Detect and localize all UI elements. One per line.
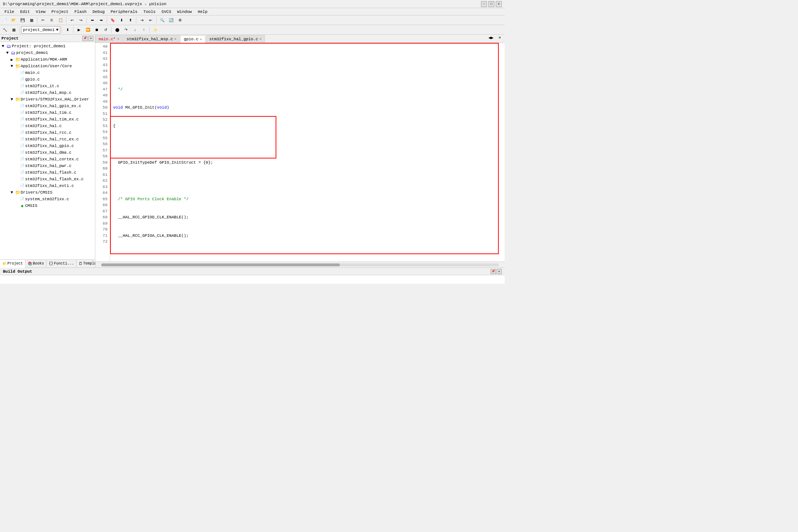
undo-btn[interactable]: ↩ bbox=[68, 16, 76, 24]
save-btn[interactable]: 💾 bbox=[18, 16, 27, 24]
menu-tools[interactable]: Tools bbox=[140, 9, 158, 15]
tree-item[interactable]: 📄stm32f1xx_hal_gpio.c bbox=[0, 143, 95, 149]
tree-item[interactable]: ▼📁Drivers/CMSIS bbox=[0, 189, 95, 196]
stop-btn[interactable]: ⏹ bbox=[93, 26, 101, 34]
menu-window[interactable]: Window bbox=[174, 9, 195, 15]
code-editor[interactable]: 4041424344454647484950515253545556575859… bbox=[95, 43, 505, 262]
close-button[interactable]: ✕ bbox=[496, 1, 502, 7]
menu-debug[interactable]: Debug bbox=[89, 9, 108, 15]
tab-project[interactable]: 📁 Project bbox=[0, 260, 25, 268]
tree-item[interactable]: 📄stm32f1xx_hal_tim.c bbox=[0, 109, 95, 116]
tree-item[interactable]: 📄stm32f1xx_hal_msp.c bbox=[0, 89, 95, 96]
open-btn[interactable]: 📂 bbox=[10, 16, 18, 24]
menu-file[interactable]: File bbox=[1, 9, 17, 15]
build-all-btn[interactable]: ▦ bbox=[10, 26, 18, 34]
tab-label-hal-gpio: stm32f1xx_hal_gpio.c bbox=[209, 37, 258, 41]
menu-svcs[interactable]: SVCS bbox=[158, 9, 174, 15]
tree-item[interactable]: ▼📁Application/User/Core bbox=[0, 63, 95, 69]
tree-item[interactable]: 📄stm32f1xx_hal_exti.c bbox=[0, 183, 95, 189]
tab-close-all-btn[interactable]: ◀▶ bbox=[487, 34, 495, 42]
save-all-btn[interactable]: ▦ bbox=[27, 16, 35, 24]
load-btn[interactable]: ⬇ bbox=[64, 26, 72, 34]
nav-fwd-btn[interactable]: ➡ bbox=[97, 16, 105, 24]
tree-item[interactable]: 📄stm32f1xx_hal_cortex.c bbox=[0, 156, 95, 163]
copy-btn[interactable]: ⎘ bbox=[48, 16, 56, 24]
cut-btn[interactable]: ✂ bbox=[39, 16, 47, 24]
menu-help[interactable]: Help bbox=[195, 9, 210, 15]
target-dropdown[interactable]: project_demo1 ▼ bbox=[21, 26, 60, 34]
tree-item[interactable]: ▼🗂Project: project_demo1 bbox=[0, 43, 95, 50]
panel-close-btn[interactable]: ✕ bbox=[88, 36, 93, 41]
tree-item[interactable]: 📄main.c bbox=[0, 69, 95, 76]
menu-project[interactable]: Project bbox=[48, 9, 71, 15]
tab-close-hal-gpio[interactable]: ✕ bbox=[260, 37, 262, 41]
tab-gpio-c[interactable]: gpio.c ✕ bbox=[180, 35, 205, 43]
step-over-btn[interactable]: ↷ bbox=[122, 26, 130, 34]
tree-item[interactable]: 📄system_stm32f1xx.c bbox=[0, 196, 95, 202]
menu-flash[interactable]: Flash bbox=[71, 9, 89, 15]
minimize-button[interactable]: − bbox=[481, 1, 487, 7]
run-btn[interactable]: ⏩ bbox=[84, 26, 92, 34]
replace-btn[interactable]: 🔄 bbox=[167, 16, 175, 24]
bookmark-btn[interactable]: 🔖 bbox=[109, 16, 117, 24]
tree-item[interactable]: ▼🗂project_demo1 bbox=[0, 50, 95, 56]
h-scrollbar-track[interactable] bbox=[101, 263, 499, 266]
tree-item[interactable]: 📄stm32f1xx_it.c bbox=[0, 83, 95, 89]
tree-item-label: stm32f1xx_hal_flash_ex.c bbox=[25, 177, 83, 181]
panel-pin-btn[interactable]: 📌 bbox=[82, 36, 88, 41]
horizontal-scrollbar[interactable] bbox=[95, 262, 505, 267]
tree-item[interactable]: 📄stm32f1xx_hal_flash_ex.c bbox=[0, 176, 95, 183]
tab-hal-gpio[interactable]: stm32f1xx_hal_gpio.c ✕ bbox=[206, 35, 265, 42]
tab-close-hal-msp[interactable]: ✕ bbox=[174, 37, 176, 41]
next-bookmark-btn[interactable]: ⬇ bbox=[117, 16, 126, 24]
tree-item[interactable]: 📄stm32f1xx_hal_rcc_ex.c bbox=[0, 136, 95, 143]
prev-bookmark-btn[interactable]: ⬆ bbox=[126, 16, 134, 24]
tab-main-c[interactable]: main.c* ✕ bbox=[95, 35, 123, 42]
menu-peripherals[interactable]: Peripherals bbox=[108, 9, 140, 15]
reset-btn[interactable]: ↺ bbox=[102, 26, 110, 34]
maximize-button[interactable]: □ bbox=[488, 1, 494, 7]
new-file-btn[interactable]: 📄 bbox=[1, 16, 9, 24]
code-content[interactable]: */ void MX_GPIO_Init(void) { GPIO_InitTy… bbox=[110, 43, 505, 262]
unindent-btn[interactable]: ⇤ bbox=[147, 16, 155, 24]
menu-view[interactable]: View bbox=[33, 9, 48, 15]
redo-btn[interactable]: ↪ bbox=[77, 16, 85, 24]
tree-item[interactable]: ▶📁Application/MDK-ARM bbox=[0, 56, 95, 63]
paste-btn[interactable]: 📋 bbox=[57, 16, 65, 24]
build-btn[interactable]: 🔨 bbox=[1, 26, 9, 34]
setting-btn[interactable]: ⚙ bbox=[176, 16, 184, 24]
tab-books[interactable]: 📚 Books bbox=[25, 260, 47, 268]
tab-close-main[interactable]: ✕ bbox=[117, 37, 119, 41]
code-line-48: __HAL_RCC_GPIOA_CLK_ENABLE(); bbox=[113, 233, 502, 239]
tab-hal-msp[interactable]: stm32f1xx_hal_msp.c ✕ bbox=[123, 35, 180, 42]
find-btn[interactable]: 🔍 bbox=[158, 16, 166, 24]
build-output-close-btn[interactable]: ✕ bbox=[497, 269, 502, 274]
step-into-btn[interactable]: ↓ bbox=[131, 26, 139, 34]
tree-item-label: stm32f1xx_hal.c bbox=[25, 124, 62, 128]
tree-item[interactable]: 📄stm32f1xx_hal_gpio_ex.c bbox=[0, 103, 95, 109]
magic-wand-btn[interactable]: ✨ bbox=[151, 26, 159, 34]
step-out-btn[interactable]: ↑ bbox=[140, 26, 148, 34]
tab-close-gpio[interactable]: ✕ bbox=[200, 37, 202, 41]
tree-item[interactable]: 📄stm32f1xx_hal_tim_ex.c bbox=[0, 116, 95, 123]
tree-item-label: stm32f1xx_it.c bbox=[25, 84, 59, 88]
nav-back-btn[interactable]: ⬅ bbox=[88, 16, 96, 24]
tree-item[interactable]: 📄stm32f1xx_hal_dma.c bbox=[0, 149, 95, 156]
tree-item[interactable]: 📄stm32f1xx_hal.c bbox=[0, 123, 95, 129]
tree-item[interactable]: 📄gpio.c bbox=[0, 76, 95, 83]
h-scrollbar-thumb[interactable] bbox=[101, 263, 340, 266]
tree-item[interactable]: 📄stm32f1xx_hal_pwr.c bbox=[0, 163, 95, 169]
tree-item[interactable]: ◆CMSIS bbox=[0, 202, 95, 209]
breakpoint-btn[interactable]: ⬤ bbox=[113, 26, 121, 34]
tree-item[interactable]: 📄stm32f1xx_hal_rcc.c bbox=[0, 129, 95, 136]
tree-item[interactable]: ▼📁Drivers/STM32F1xx_HAL_Driver bbox=[0, 96, 95, 103]
indent-btn[interactable]: ⇥ bbox=[138, 16, 146, 24]
tab-functions[interactable]: {} Functi... bbox=[47, 260, 76, 268]
debug-start-btn[interactable]: ▶ bbox=[75, 26, 83, 34]
menu-bar: File Edit View Project Flash Debug Perip… bbox=[0, 8, 505, 16]
build-output-pin-btn[interactable]: 📌 bbox=[491, 269, 496, 274]
tab-pin-btn[interactable]: ✕ bbox=[496, 34, 504, 42]
project-panel: Project 📌 ✕ ▼🗂Project: project_demo1▼🗂pr… bbox=[0, 35, 95, 267]
menu-edit[interactable]: Edit bbox=[17, 9, 33, 15]
tree-item[interactable]: 📄stm32f1xx_hal_flash.c bbox=[0, 169, 95, 176]
